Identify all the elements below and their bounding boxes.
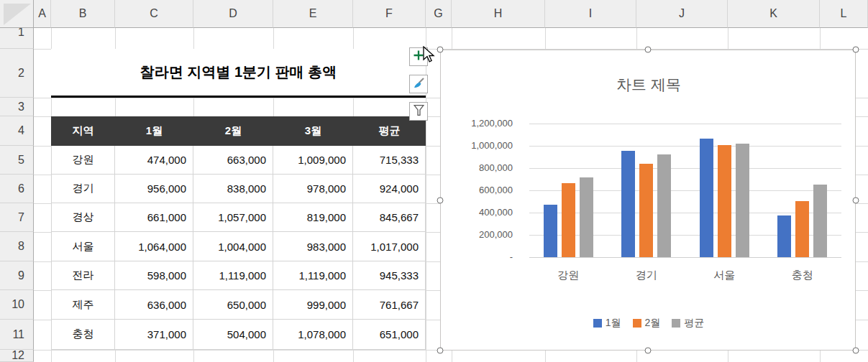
row-header-4[interactable]: 4 (0, 116, 34, 146)
legend-item-평균[interactable]: 평균 (672, 317, 704, 330)
row-header-8[interactable]: 8 (0, 232, 34, 261)
table-header-지역[interactable]: 지역 (51, 116, 115, 146)
selection-handle[interactable] (645, 47, 652, 53)
chart-area[interactable]: 차트 제목 -200,000400,000600,000800,0001,000… (440, 50, 856, 351)
table-cell[interactable]: 1,119,000 (273, 261, 353, 290)
column-header-A[interactable]: A (34, 0, 51, 28)
table-cell[interactable]: 945,333 (353, 261, 426, 290)
table-cell[interactable]: 1,064,000 (115, 232, 193, 261)
bar-평균-서울[interactable] (736, 144, 749, 257)
selection-handle[interactable] (437, 348, 444, 354)
bar-2월-서울[interactable] (718, 145, 731, 257)
table-cell[interactable]: 636,000 (115, 290, 193, 320)
select-all-triangle-icon (4, 4, 31, 25)
row-header-6[interactable]: 6 (0, 175, 34, 203)
column-header-D[interactable]: D (193, 0, 273, 28)
bar-1월-강원[interactable] (544, 205, 557, 257)
column-header-G[interactable]: G (426, 0, 452, 28)
bar-2월-경기[interactable] (639, 164, 653, 257)
x-axis-label-강원[interactable]: 강원 (539, 269, 597, 282)
table-cell[interactable]: 371,000 (115, 320, 193, 350)
table-header-1월[interactable]: 1월 (115, 116, 193, 146)
bar-1월-서울[interactable] (700, 139, 713, 257)
table-cell[interactable]: 충청 (51, 320, 115, 350)
table-cell[interactable]: 경기 (51, 175, 115, 203)
row-header-12[interactable]: 12 (0, 350, 34, 362)
table-cell[interactable]: 1,119,000 (193, 261, 273, 290)
column-header-E[interactable]: E (273, 0, 353, 28)
table-cell[interactable]: 651,000 (353, 320, 426, 350)
bar-1월-충청[interactable] (777, 215, 791, 257)
table-cell[interactable]: 819,000 (273, 203, 353, 232)
chart-styles-button[interactable] (409, 75, 428, 93)
bar-평균-경기[interactable] (657, 154, 671, 257)
x-axis-label-충청[interactable]: 충청 (774, 269, 831, 282)
table-cell[interactable]: 1,004,000 (193, 232, 273, 261)
column-header-K[interactable]: K (728, 0, 820, 28)
table-cell[interactable]: 761,667 (353, 290, 426, 320)
table-cell[interactable]: 504,000 (193, 320, 273, 350)
chart-title[interactable]: 차트 제목 (441, 75, 856, 95)
table-cell[interactable]: 983,000 (273, 232, 353, 261)
bar-1월-경기[interactable] (621, 151, 635, 257)
column-header-C[interactable]: C (115, 0, 193, 28)
chart-legend[interactable]: 1월2월평균 (441, 317, 856, 330)
chart-filters-button[interactable] (409, 102, 428, 121)
selection-handle[interactable] (853, 47, 859, 53)
table-header-3월[interactable]: 3월 (273, 116, 353, 146)
selection-handle[interactable] (437, 197, 444, 203)
table-header-평균[interactable]: 평균 (353, 116, 426, 146)
table-title-cell[interactable]: 찰라면 지역별 1분기 판매 총액 (51, 49, 426, 98)
row-header-11[interactable]: 11 (0, 320, 34, 350)
table-cell[interactable]: 838,000 (193, 175, 273, 203)
table-cell[interactable]: 598,000 (115, 261, 193, 290)
row-header-5[interactable]: 5 (0, 146, 34, 175)
bar-2월-강원[interactable] (562, 183, 575, 257)
table-cell[interactable]: 강원 (51, 146, 115, 175)
row-header-7[interactable]: 7 (0, 203, 34, 232)
table-cell[interactable]: 661,000 (115, 203, 193, 232)
bar-평균-충청[interactable] (813, 185, 827, 257)
table-cell[interactable]: 1,057,000 (193, 203, 273, 232)
row-header-9[interactable]: 9 (0, 261, 34, 290)
bar-2월-충청[interactable] (795, 201, 809, 257)
x-axis-label-서울[interactable]: 서울 (695, 269, 753, 282)
select-all-corner[interactable] (0, 0, 34, 28)
table-cell[interactable]: 924,000 (353, 175, 426, 203)
table-header-2월[interactable]: 2월 (193, 116, 273, 146)
table-cell[interactable]: 474,000 (115, 146, 193, 175)
table-cell[interactable]: 제주 (51, 290, 115, 320)
table-cell[interactable]: 전라 (51, 261, 115, 290)
row-header-1[interactable]: 1 (0, 28, 34, 49)
table-cell[interactable]: 1,017,000 (353, 232, 426, 261)
column-header-H[interactable]: H (452, 0, 545, 28)
bar-평균-강원[interactable] (580, 177, 593, 257)
legend-item-1월[interactable]: 1월 (593, 317, 621, 330)
column-header-L[interactable]: L (820, 0, 868, 28)
row-header-10[interactable]: 10 (0, 290, 34, 320)
table-cell[interactable]: 경상 (51, 203, 115, 232)
row-header-3[interactable]: 3 (0, 98, 34, 116)
table-cell[interactable]: 845,667 (353, 203, 426, 232)
x-axis-label-경기[interactable]: 경기 (618, 269, 675, 282)
table-cell[interactable]: 715,333 (353, 146, 426, 175)
x-axis-line (529, 257, 841, 258)
table-cell[interactable]: 956,000 (115, 175, 193, 203)
selection-handle[interactable] (853, 348, 859, 354)
selection-handle[interactable] (853, 197, 859, 203)
table-cell[interactable]: 999,000 (273, 290, 353, 320)
column-header-B[interactable]: B (51, 0, 115, 28)
row-header-2[interactable]: 2 (0, 49, 34, 98)
selection-handle[interactable] (645, 348, 652, 354)
table-cell[interactable]: 978,000 (273, 175, 353, 203)
table-cell[interactable]: 650,000 (193, 290, 273, 320)
column-header-I[interactable]: I (545, 0, 636, 28)
column-header-J[interactable]: J (636, 0, 728, 28)
table-cell[interactable]: 서울 (51, 232, 115, 261)
legend-item-2월[interactable]: 2월 (633, 317, 661, 330)
table-cell[interactable]: 1,009,000 (273, 146, 353, 175)
selection-handle[interactable] (437, 47, 444, 53)
table-cell[interactable]: 663,000 (193, 146, 273, 175)
column-header-F[interactable]: F (353, 0, 426, 28)
table-cell[interactable]: 1,078,000 (273, 320, 353, 350)
